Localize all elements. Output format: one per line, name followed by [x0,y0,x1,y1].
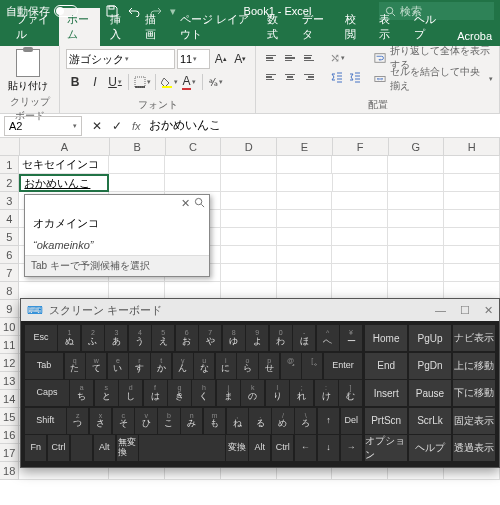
cell[interactable] [388,264,444,282]
cell[interactable] [165,156,221,174]
cell[interactable] [444,246,500,264]
confirm-edit-icon[interactable]: ✓ [108,117,126,135]
cell[interactable] [277,246,333,264]
cell[interactable] [333,174,389,192]
osk-key[interactable]: Del [341,408,362,434]
osk-key[interactable]: ,ね [227,408,248,434]
cell[interactable] [221,228,277,246]
osk-key[interactable]: .る [249,408,270,434]
osk-key[interactable]: Ctrl [272,435,293,461]
cell[interactable] [277,174,333,192]
ime-candidate[interactable]: オカメインコ [25,212,209,235]
cell[interactable] [332,210,388,228]
decrease-indent-button[interactable] [328,68,346,86]
maximize-icon[interactable]: ☐ [460,304,470,317]
osk-key[interactable]: uな [194,353,214,379]
cell[interactable] [332,156,388,174]
osk-side-key[interactable]: PgDn [409,353,451,379]
cell[interactable] [277,156,333,174]
cell[interactable] [332,264,388,282]
align-center-button[interactable] [281,68,299,86]
cell[interactable] [332,192,388,210]
osk-key[interactable]: 0わ [270,325,292,351]
osk-titlebar[interactable]: ⌨ スクリーン キーボード — ☐ ✕ [21,299,499,321]
osk-key[interactable]: vひ [135,408,156,434]
osk-key[interactable]: → [341,435,362,461]
ime-candidate[interactable]: “okameinko” [25,235,209,255]
font-color-button[interactable]: A▾ [180,73,198,91]
osk-key[interactable]: gき [168,380,191,406]
underline-button[interactable]: U▾ [106,73,124,91]
osk-key[interactable]: eい [108,353,128,379]
font-size-combo[interactable]: 11▾ [177,49,210,69]
align-bottom-button[interactable] [300,49,318,67]
tab-校閲[interactable]: 校閲 [337,8,370,46]
osk-key[interactable]: oら [237,353,257,379]
osk-key[interactable]: Caps [25,380,69,406]
osk-key[interactable]: ↑ [318,408,339,434]
tab-ページ レイアウト[interactable]: ページ レイアウト [172,8,257,46]
row-header[interactable]: 18 [0,462,19,480]
osk-key[interactable]: 5え [152,325,174,351]
column-header[interactable]: A [20,138,110,155]
osk-side-key[interactable]: 下に移動 [453,380,495,406]
fx-icon[interactable]: fx [132,120,141,132]
cell[interactable] [109,156,165,174]
column-header[interactable]: H [444,138,500,155]
osk-side-key[interactable]: 透過表示 [453,435,495,461]
osk-key[interactable]: tか [151,353,171,379]
osk-key[interactable]: nみ [181,408,202,434]
osk-key[interactable]: ]む [339,380,362,406]
tab-データ[interactable]: データ [294,8,335,46]
close-icon[interactable]: ✕ [181,197,190,210]
osk-key[interactable]: hく [192,380,215,406]
tab-表示[interactable]: 表示 [371,8,404,46]
cell[interactable] [109,174,165,192]
osk-key[interactable]: dし [119,380,142,406]
cell[interactable] [277,228,333,246]
row-header[interactable]: 2 [0,174,19,192]
osk-key[interactable]: jま [217,380,240,406]
osk-key[interactable]: 6お [176,325,198,351]
orientation-button[interactable]: ⤭▾ [328,49,346,67]
align-right-button[interactable] [300,68,318,86]
column-header[interactable]: G [389,138,445,155]
cell[interactable] [388,210,444,228]
bold-button[interactable]: B [66,73,84,91]
osk-key[interactable]: lり [266,380,289,406]
tab-数式[interactable]: 数式 [259,8,292,46]
cell[interactable] [277,264,333,282]
phonetic-button[interactable]: ᵃ⁄ₐ▾ [207,73,225,91]
row-header[interactable]: 3 [0,192,19,210]
osk-key[interactable]: fは [144,380,167,406]
cell[interactable] [221,264,277,282]
osk-key[interactable]: ; れ [290,380,313,406]
osk-side-key[interactable]: 上に移動 [453,353,495,379]
row-header[interactable]: 8 [0,282,19,300]
osk-key[interactable]: Ctrl [48,435,69,461]
cell[interactable] [388,174,444,192]
column-header[interactable]: D [221,138,277,155]
row-header[interactable]: 11 [0,336,19,354]
osk-key[interactable]: [゜ [302,353,322,379]
tab-描画[interactable]: 描画 [137,8,170,46]
cancel-edit-icon[interactable]: ✕ [88,117,106,135]
column-header[interactable]: E [277,138,333,155]
column-header[interactable]: C [166,138,222,155]
osk-key[interactable]: 無変換 [117,435,138,461]
cell[interactable] [388,246,444,264]
osk-key[interactable]: Fn [25,435,46,461]
cell[interactable] [444,156,500,174]
osk-key[interactable]: kの [241,380,264,406]
cell[interactable] [221,246,277,264]
cell[interactable] [444,264,500,282]
cell[interactable] [388,156,444,174]
tab-ファイル[interactable]: ファイル [8,8,57,46]
osk-key[interactable]: yん [173,353,193,379]
osk-key[interactable]: sと [95,380,118,406]
osk-key[interactable]: Alt [249,435,270,461]
osk-side-key[interactable]: ヘルプ [409,435,451,461]
osk-key[interactable]: \ろ [295,408,316,434]
increase-font-icon[interactable]: A▴ [212,50,229,68]
osk-key[interactable]: cそ [113,408,134,434]
